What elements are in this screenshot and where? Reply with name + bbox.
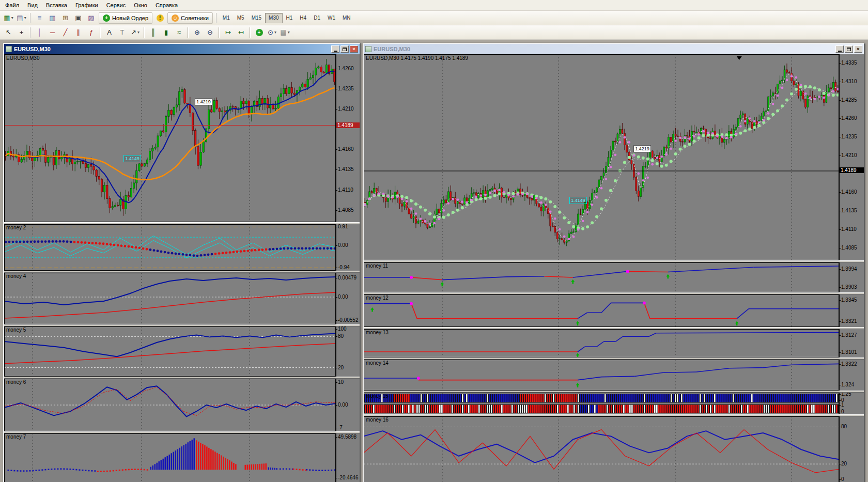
market-watch-button[interactable]: ≡ (34, 12, 45, 24)
timeframe-h4-button[interactable]: H4 (296, 13, 310, 23)
price-scale[interactable]: 1.43351.43101.42851.42601.42351.42101.41… (839, 54, 864, 260)
data-window-button[interactable]: ▥ (47, 12, 58, 24)
timeframe-m15-button[interactable]: M15 (248, 13, 265, 23)
minimize-button[interactable] (331, 45, 339, 53)
price-scale[interactable]: 1.25010 (839, 393, 864, 414)
text-icon: A (107, 29, 112, 36)
new-order-button[interactable]: +Новый Ордер (99, 12, 152, 24)
menu-help[interactable]: Справка (151, 1, 182, 10)
close-button[interactable]: × (350, 45, 358, 53)
indicators-button[interactable]: + (253, 27, 265, 38)
price-scale[interactable]: 0.004790.00-0.00552 (336, 273, 360, 324)
navigator-button[interactable]: ⊞ (59, 12, 71, 24)
restore-button[interactable] (340, 45, 349, 53)
auto-scroll-button[interactable]: ↦ (222, 27, 234, 38)
order-price-label[interactable]: 1.4219 (633, 145, 651, 152)
menu-tools[interactable]: Сервис (102, 1, 130, 10)
advisors-button[interactable]: ☺Советники (167, 12, 213, 24)
scale-label: -7 (338, 425, 343, 430)
timeframe-w1-button[interactable]: W1 (324, 13, 339, 23)
window-title: EURUSD,M30 (14, 46, 51, 52)
timeframe-h1-button[interactable]: H1 (283, 13, 297, 23)
menu-view[interactable]: Вид (23, 1, 42, 10)
chart-window-right[interactable]: EURUSD,M30 × EURUSD,M30 1.4175 1.4190 1.… (363, 43, 865, 482)
timeframe-mn-button[interactable]: MN (339, 13, 354, 23)
menu-file[interactable]: Файл (1, 1, 23, 10)
channel-button[interactable]: ∥ (72, 27, 84, 38)
templates-button[interactable]: ▦▾ (279, 27, 291, 38)
order-price-label[interactable]: 1.4149 (569, 197, 587, 204)
alert-button[interactable]: ! (154, 12, 166, 24)
chart-window-left[interactable]: EURUSD,M30 × EURUSD,M30 1.42601.42351.42… (3, 43, 361, 482)
indicator-pane-money-13[interactable]: 1.31271.3101money 13 (364, 329, 864, 357)
order-price-label[interactable]: 1.4149 (123, 155, 141, 162)
indicator-pane-money-16[interactable]: 80200money 16 (364, 416, 864, 482)
order-price-label[interactable]: 1.4219 (195, 98, 212, 105)
indicator-pane-money-6[interactable]: 100.00-7money 6 (4, 379, 360, 431)
crosshair-button[interactable]: + (16, 27, 27, 38)
price-pane[interactable]: 1.42601.42351.42101.41601.41351.41101.40… (4, 54, 360, 222)
bar-chart-button[interactable]: ║ (147, 27, 159, 38)
price-scale[interactable]: 1.33451.3321 (839, 294, 864, 327)
new-chart-button[interactable]: ▦▾ (3, 12, 14, 24)
restore-button[interactable] (845, 45, 853, 53)
indicator-pane-money-5[interactable]: 1008020money 5 (4, 326, 360, 377)
horizontal-line-button[interactable]: ─ (47, 27, 58, 38)
price-pane[interactable]: 1.43351.43101.42851.42601.42351.42101.41… (364, 54, 864, 260)
indicator-pane-money-12[interactable]: 1.33451.3321money 12 (364, 294, 864, 327)
indicator-pane-money-11[interactable]: 1.39941.3903money 11 (364, 262, 864, 292)
price-scale[interactable]: 1.31271.3101 (839, 329, 864, 357)
text-label-button[interactable]: T (116, 27, 128, 38)
timeframe-m1-button[interactable]: M1 (219, 13, 234, 23)
periods-button[interactable]: ⊙▾ (266, 27, 278, 38)
indicator-pane-money-4[interactable]: 0.004790.00-0.00552money 4 (4, 273, 360, 324)
channel-icon: ∥ (76, 29, 80, 36)
price-scale[interactable]: 0.910.00-0.94 (336, 224, 360, 271)
price-scale[interactable]: 1.39941.3903 (839, 262, 864, 292)
window-titlebar[interactable]: EURUSD,M30 × (4, 44, 360, 54)
window-titlebar[interactable]: EURUSD,M30 × (364, 44, 864, 54)
scale-label: 1.324 (841, 382, 854, 387)
profiles-button[interactable]: ▤▾ (16, 12, 27, 24)
price-scale[interactable]: 49.5898-20.4646 (336, 433, 360, 482)
cursor-button[interactable]: ↖ (3, 27, 14, 38)
menu-window[interactable]: Окно (130, 1, 151, 10)
terminal-button[interactable]: ▣ (72, 12, 84, 24)
price-scale[interactable]: 80200 (839, 416, 864, 482)
price-scale[interactable]: 1.33221.324 (839, 360, 864, 391)
chart-client-area[interactable]: EURUSD,M30 1.42601.42351.42101.41601.413… (4, 54, 360, 482)
indicator-pane-money-15[interactable]: 1.25010money 15 (364, 393, 864, 414)
chart-shift-icon: ↤ (238, 29, 244, 36)
profiles-icon: ▤ (17, 14, 23, 21)
menu-insert[interactable]: Вставка (42, 1, 71, 10)
fibonacci-button[interactable]: ƒ (85, 27, 97, 38)
zoom-in-button[interactable]: ⊕ (191, 27, 203, 38)
indicator-pane-money-7[interactable]: 49.5898-20.4646money 7 (4, 433, 360, 482)
chart-client-area[interactable]: EURUSD,M30 1.4175 1.4190 1.4175 1.4189 1… (364, 54, 864, 482)
zoom-out-button[interactable]: ⊖ (204, 27, 216, 38)
timeframe-d1-button[interactable]: D1 (310, 13, 324, 23)
trendline-icon: ╱ (64, 29, 68, 36)
toolbar-separator (30, 27, 31, 38)
candlestick-chart-button[interactable]: ▮ (160, 27, 172, 38)
arrows-button[interactable]: ↗▾ (129, 27, 141, 38)
vertical-line-button[interactable]: │ (34, 27, 45, 38)
metaeditor-button[interactable]: ▨ (85, 12, 97, 24)
indicator-pane-money-14[interactable]: 1.33221.324money 14 (364, 360, 864, 391)
text-button[interactable]: A (103, 27, 115, 38)
timeframe-m30-button[interactable]: M30 (265, 13, 282, 23)
minimize-button[interactable] (835, 45, 844, 53)
price-scale[interactable]: 1008020 (336, 326, 360, 377)
alert-icon: ! (157, 14, 164, 22)
price-scale[interactable]: 1.42601.42351.42101.41601.41351.41101.40… (336, 54, 360, 222)
menu-charts[interactable]: Графики (71, 1, 102, 10)
indicator-name-label: money 16 (366, 417, 389, 423)
timeframe-m5-button[interactable]: M5 (234, 13, 248, 23)
price-scale[interactable]: 100.00-7 (336, 379, 360, 431)
dropdown-arrow-icon: ▾ (137, 30, 140, 35)
trendline-button[interactable]: ╱ (59, 27, 71, 38)
indicator-pane-money-2[interactable]: 0.910.00-0.94money 2 (4, 224, 360, 271)
close-button[interactable]: × (854, 45, 862, 53)
line-chart-button[interactable]: ≈ (173, 27, 185, 38)
chart-shift-button[interactable]: ↤ (235, 27, 247, 38)
